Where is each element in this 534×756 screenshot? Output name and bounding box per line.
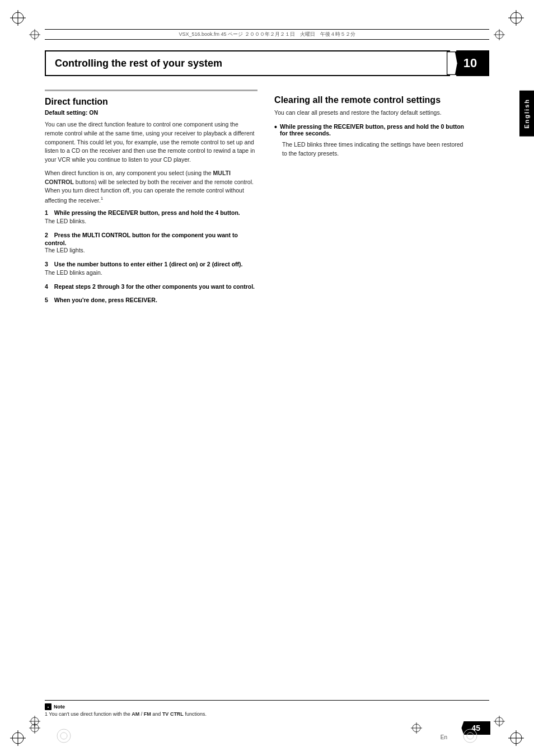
note-label: ▪ Note <box>45 703 489 710</box>
page-en-text: En <box>441 734 447 740</box>
footer-note-end: and <box>151 711 162 717</box>
footer-note-bold2: FM <box>144 711 151 717</box>
footer-note-sep1: / <box>139 711 144 717</box>
body2-prefix: When direct function is on, any componen… <box>45 170 213 176</box>
page-title-container: Controlling the rest of your system 10 <box>45 50 489 76</box>
footer-note-bold3: TV CTRL <box>162 711 184 717</box>
step-5-number: 5 <box>45 297 54 303</box>
page-number: 10 <box>463 56 477 71</box>
reg-mark-tr <box>508 10 524 26</box>
subtitle-value: ON <box>89 109 98 116</box>
left-column: Direct function Default setting: ON You … <box>45 90 257 310</box>
columns-layout: Direct function Default setting: ON You … <box>45 90 489 310</box>
footer-note: 1 You can't use direct function with the… <box>45 711 489 717</box>
svg-point-34 <box>467 732 474 739</box>
note-label-text: Note <box>54 704 65 710</box>
left-section-title: Direct function <box>45 97 257 107</box>
step-3: 3 Use the number buttons to enter either… <box>45 261 257 278</box>
english-tab-text: English <box>523 98 530 129</box>
crosshair-br <box>494 716 505 727</box>
file-info-bar: VSX_516.book.fm 45 ページ ２０００年２月２１日 火曜日 午後… <box>45 29 489 40</box>
step-1-body: The LED blinks. <box>45 217 257 226</box>
english-tab: English <box>519 91 534 137</box>
deco-circle-br <box>462 728 478 744</box>
step-1-title: While pressing the RECEIVER button, pres… <box>54 209 240 216</box>
crosshair-tl <box>29 29 40 40</box>
right-bullet-item: • While pressing the RECEIVER button, pr… <box>274 123 467 158</box>
step-4: 4 Repeat steps 2 through 3 for the other… <box>45 283 257 291</box>
body-text-1: You can use the direct function feature … <box>45 120 257 165</box>
step-5: 5 When you're done, press RECEIVER. <box>45 297 257 304</box>
step-4-title: Repeat steps 2 through 3 for the other c… <box>54 283 255 290</box>
step-3-number: 3 <box>45 261 54 267</box>
step-5-title: When you're done, press RECEIVER. <box>54 297 157 303</box>
right-section-title: Clearing all the remote control settings <box>274 95 467 105</box>
step-4-number: 4 <box>45 283 54 290</box>
svg-point-31 <box>57 729 71 743</box>
step-1: 1 While pressing the RECEIVER button, pr… <box>45 209 257 226</box>
footer-note-prefix: 1 You can't use direct function with the <box>45 711 132 717</box>
step-3-title: Use the number buttons to enter either 1… <box>54 261 243 267</box>
page-en-footer: En <box>441 734 447 740</box>
crosshair-b-left <box>29 722 40 734</box>
step-2-body: The LED lights. <box>45 246 257 255</box>
page-title-text: Controlling the rest of your system <box>55 58 222 69</box>
step-3-body: The LED blinks again. <box>45 269 257 278</box>
subtitle-prefix: Default setting: <box>45 109 89 116</box>
step-2: 2 Press the MULTI CONTROL button for the… <box>45 232 257 255</box>
step-2-number: 2 <box>45 232 54 238</box>
right-bullet-body: The LED blinks three times indicating th… <box>282 140 467 158</box>
reg-mark-br <box>508 730 524 746</box>
page-title-box: Controlling the rest of your system <box>45 50 450 76</box>
svg-point-32 <box>60 732 67 739</box>
footer-note-end2: functions. <box>184 711 207 717</box>
right-bullet-title: While pressing the RECEIVER button, pres… <box>280 123 467 137</box>
left-section-subtitle: Default setting: ON <box>45 109 257 116</box>
reg-mark-tl <box>10 10 26 26</box>
body-text-2: When direct function is on, any componen… <box>45 169 257 205</box>
title-arrow <box>447 51 458 75</box>
body2-footnote: 1 <box>101 196 103 201</box>
reg-mark-bl <box>10 730 26 746</box>
right-body: You can clear all presets and restore th… <box>274 109 467 118</box>
file-info-text: VSX_516.book.fm 45 ページ ２０００年２月２１日 火曜日 午後… <box>179 31 355 37</box>
step-2-title: Press the MULTI CONTROL button for the c… <box>45 232 238 246</box>
crosshair-b-center <box>411 722 422 734</box>
footer: ▪ Note 1 You can't use direct function w… <box>45 700 489 717</box>
crosshair-tr <box>494 29 505 40</box>
body2-end: buttons) will be selected by both the re… <box>45 179 254 204</box>
main-content: Direct function Default setting: ON You … <box>45 90 489 689</box>
footer-note-bold1: AM <box>132 711 139 717</box>
step-1-number: 1 <box>45 209 54 216</box>
svg-point-33 <box>463 729 477 743</box>
right-column: Clearing all the remote control settings… <box>274 90 489 310</box>
deco-circle-bl <box>56 728 72 744</box>
svg-marker-24 <box>447 51 458 75</box>
note-icon: ▪ <box>45 703 51 710</box>
